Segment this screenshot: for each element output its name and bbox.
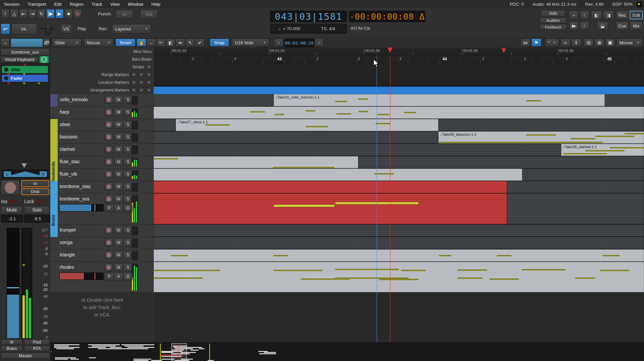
solo-button[interactable]: S <box>123 263 132 272</box>
stop-button[interactable]: ■ <box>64 9 73 18</box>
solo-button[interactable]: S <box>123 121 132 129</box>
mute-button[interactable]: M <box>114 195 123 203</box>
feedback-button[interactable]: Feedback <box>540 24 567 30</box>
record-enable-button[interactable] <box>105 158 113 166</box>
group-button[interactable]: Brass <box>1 346 22 351</box>
region[interactable] <box>154 193 507 224</box>
ruler-tempo[interactable] <box>154 63 644 71</box>
edit-point-dropdown[interactable]: Mouse▼ <box>84 39 113 47</box>
ruler-minsecs[interactable]: 00:01:2200:01:2400:01:2600:01:2800:01:30 <box>154 48 644 55</box>
region[interactable] <box>154 119 176 131</box>
region[interactable] <box>438 119 644 131</box>
region[interactable] <box>154 249 644 261</box>
track-header-bassoon[interactable]: bassoonMS <box>50 131 154 144</box>
record-enable-button[interactable] <box>105 239 113 247</box>
draw-tool[interactable]: ✎ <box>185 39 195 47</box>
arrangement-region[interactable] <box>154 86 644 94</box>
cut-tool[interactable]: ✂ <box>156 39 166 47</box>
group-tab-woodwinds[interactable]: Woodwinds <box>50 119 58 181</box>
record-enable-button[interactable] <box>105 183 113 191</box>
collapse-arrow-icon[interactable]: ‹ <box>51 349 52 353</box>
add-track-hint[interactable]: or Double-click hereto add Track, Bus,or… <box>60 296 144 318</box>
track-header-triangle[interactable]: triangleMS <box>50 249 154 262</box>
track-canvas[interactable]: ♪Take31_cello_tremolo-1.1♪Take27_oboe-1.… <box>154 94 644 343</box>
mute-button[interactable]: M <box>114 158 123 166</box>
group-button[interactable]: G <box>123 204 132 212</box>
track-row-flute_stac[interactable] <box>154 156 644 169</box>
track-header-flute_vib[interactable]: flute_vibMS <box>50 169 154 181</box>
track-header-oboe[interactable]: oboeMS <box>50 119 154 131</box>
nudge-clock[interactable]: 00:02:00:10 <box>284 39 314 47</box>
smart-mode-button[interactable]: Smart <box>115 39 136 47</box>
processor-active-icon[interactable] <box>4 76 8 80</box>
track-row-trombone_stac[interactable] <box>154 181 644 193</box>
menu-session[interactable]: Session <box>0 2 23 7</box>
track-header-rhodes[interactable]: rhodesMSPAG <box>50 262 154 293</box>
automation-button[interactable]: A <box>114 273 123 281</box>
region[interactable] <box>154 169 522 181</box>
go-to-end-button[interactable]: ⇥ <box>28 9 37 18</box>
metering-point-button[interactable]: M <box>1 339 22 345</box>
region[interactable] <box>154 181 507 193</box>
follow-edits-icon[interactable]: ⚑ <box>531 39 541 47</box>
mute-button[interactable]: M <box>114 183 123 191</box>
region[interactable] <box>358 156 644 168</box>
solo-button[interactable]: S <box>123 170 132 178</box>
menu-region[interactable]: Region <box>66 2 88 7</box>
output-button[interactable]: Master <box>1 353 50 359</box>
track-row-triangle[interactable] <box>154 249 644 262</box>
cue-count-button[interactable]: 4 <box>580 21 589 30</box>
menu-track[interactable]: Track <box>88 2 106 7</box>
solo-button[interactable]: S <box>123 226 132 234</box>
record-enable-button[interactable] <box>105 145 113 154</box>
location-marker-icon[interactable] <box>501 48 506 53</box>
ruler-add-button[interactable]: + <box>139 87 144 93</box>
gain-display[interactable]: -2.1 <box>1 215 23 223</box>
punch-out-button[interactable]: Out <box>140 10 158 18</box>
group-tab-brass[interactable]: Brass <box>50 181 58 237</box>
track-header-trombone_sus[interactable]: trombone_susMSPAG <box>50 193 154 225</box>
record-enable-button[interactable] <box>105 96 113 104</box>
midi-panic-button[interactable]: ! <box>1 9 9 18</box>
region[interactable] <box>154 156 358 168</box>
track-header-trombone_stac[interactable]: trombone_stacMS <box>50 181 154 193</box>
solo-button[interactable]: S <box>123 239 132 247</box>
menu-help[interactable]: Help <box>147 2 164 7</box>
session-summary[interactable] <box>50 343 644 361</box>
menu-view[interactable]: View <box>106 2 124 7</box>
solo-button[interactable]: S <box>123 183 132 191</box>
record-enable-button[interactable] <box>105 195 113 203</box>
mute-button[interactable]: M <box>114 145 123 154</box>
region[interactable] <box>507 181 644 193</box>
track-row-clarinet[interactable]: ♪Take30_clarinet-1.1 <box>154 144 644 156</box>
shuttle-handle[interactable] <box>46 23 51 35</box>
follow-playhead-icon[interactable]: ⋈ <box>521 39 531 47</box>
strip-width-icon[interactable]: ↔ <box>1 38 10 47</box>
cue-marker-icon[interactable]: ▮▶ <box>569 21 579 30</box>
range-tool[interactable]: ↔ <box>146 39 156 47</box>
solo-button[interactable]: S <box>123 96 132 104</box>
processor-active-icon[interactable] <box>4 67 8 72</box>
track-row-trumpet[interactable] <box>154 225 644 237</box>
solo-button[interactable]: S <box>123 251 132 259</box>
ruler-nav-button[interactable]: < <box>131 87 137 93</box>
ruler-nav-button[interactable]: < <box>131 80 137 85</box>
mute-button[interactable]: M <box>114 263 123 272</box>
zoom-to-session-icon[interactable]: ▣ <box>605 39 615 47</box>
range-marker-icon[interactable]: ⌐ <box>569 11 579 19</box>
mute-button[interactable]: M <box>114 133 123 141</box>
tab-cue[interactable]: Cue <box>616 21 629 30</box>
track-row-flute_vib[interactable] <box>154 169 644 181</box>
record-enable-button[interactable] <box>105 251 113 259</box>
record-button[interactable] <box>73 9 82 18</box>
region[interactable] <box>154 237 644 249</box>
track-row-cello_tremolo[interactable]: ♪Take31_cello_tremolo-1.1 <box>154 94 644 107</box>
mute-button[interactable]: M <box>114 108 123 116</box>
region[interactable] <box>507 193 644 224</box>
solo-global-button[interactable]: Solo <box>541 10 565 17</box>
nudge-forward-button[interactable]: › <box>315 39 323 47</box>
solo-button[interactable]: S <box>123 145 132 154</box>
play-button[interactable]: ▶ <box>55 9 64 18</box>
ruler-nav-button[interactable]: > <box>146 87 152 93</box>
fade-tool[interactable]: ◧ <box>166 39 175 47</box>
